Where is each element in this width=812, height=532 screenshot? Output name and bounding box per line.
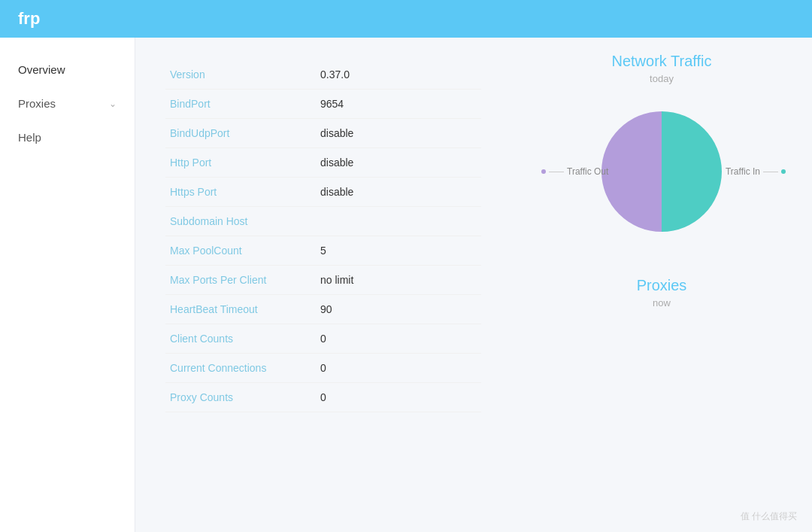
proxies-title: Proxies bbox=[534, 277, 789, 294]
table-row: Version0.37.0 bbox=[165, 60, 481, 90]
connector-left bbox=[549, 172, 564, 172]
info-value: 0 bbox=[316, 383, 481, 412]
sidebar-item-proxies-label: Proxies bbox=[18, 97, 56, 110]
network-traffic-title: Network Traffic bbox=[612, 53, 712, 70]
info-key: Https Port bbox=[165, 178, 316, 207]
sidebar-item-help-label: Help bbox=[18, 131, 41, 144]
table-row: Subdomain Host bbox=[165, 207, 481, 236]
info-value: no limit bbox=[316, 266, 481, 295]
table-row: Https Portdisable bbox=[165, 178, 481, 207]
info-key: Max PoolCount bbox=[165, 236, 316, 266]
info-value: 0 bbox=[316, 354, 481, 383]
info-key: HeartBeat Timeout bbox=[165, 295, 316, 324]
body: Overview Proxies ⌄ Help Version0.37.0Bin… bbox=[0, 38, 812, 532]
table-row: Proxy Counts0 bbox=[165, 383, 481, 412]
watermark: 值 什么值得买 bbox=[741, 510, 797, 523]
info-key: BindPort bbox=[165, 90, 316, 119]
table-row: BindPort9654 bbox=[165, 90, 481, 119]
info-key: Max Ports Per Client bbox=[165, 266, 316, 295]
network-traffic-subtitle: today bbox=[650, 73, 674, 84]
table-row: Http Portdisable bbox=[165, 148, 481, 178]
info-key: Version bbox=[165, 60, 316, 90]
info-key: Proxy Counts bbox=[165, 383, 316, 412]
traffic-in-label: Traffic In bbox=[726, 166, 786, 177]
info-key: Http Port bbox=[165, 148, 316, 178]
traffic-pie-chart bbox=[586, 96, 737, 247]
table-row: Max Ports Per Clientno limit bbox=[165, 266, 481, 295]
table-row: Max PoolCount5 bbox=[165, 236, 481, 266]
sidebar-item-help[interactable]: Help bbox=[0, 120, 135, 154]
info-value: disable bbox=[316, 119, 481, 148]
info-key: BindUdpPort bbox=[165, 119, 316, 148]
traffic-out-dot bbox=[541, 169, 546, 174]
info-key: Current Connections bbox=[165, 354, 316, 383]
traffic-out-slice bbox=[601, 111, 662, 232]
connector-right bbox=[763, 172, 778, 172]
table-row: Client Counts0 bbox=[165, 324, 481, 354]
sidebar-item-overview[interactable]: Overview bbox=[0, 53, 135, 87]
info-key: Subdomain Host bbox=[165, 207, 316, 236]
info-value: disable bbox=[316, 178, 481, 207]
sidebar-item-proxies[interactable]: Proxies ⌄ bbox=[0, 87, 135, 120]
chevron-down-icon: ⌄ bbox=[109, 99, 117, 109]
table-row: BindUdpPortdisable bbox=[165, 119, 481, 148]
info-value: 0.37.0 bbox=[316, 60, 481, 90]
info-value: 5 bbox=[316, 236, 481, 266]
info-value: 9654 bbox=[316, 90, 481, 119]
app-title: frp bbox=[18, 9, 40, 29]
sidebar-item-overview-label: Overview bbox=[18, 63, 65, 76]
info-panel: Version0.37.0BindPort9654BindUdpPortdisa… bbox=[135, 38, 511, 532]
info-value: disable bbox=[316, 148, 481, 178]
proxies-subtitle: now bbox=[534, 297, 789, 309]
table-row: Current Connections0 bbox=[165, 354, 481, 383]
right-panel: Network Traffic today bbox=[511, 38, 812, 532]
info-value bbox=[316, 207, 481, 236]
sidebar: Overview Proxies ⌄ Help bbox=[0, 38, 135, 532]
info-value: 90 bbox=[316, 295, 481, 324]
table-row: HeartBeat Timeout90 bbox=[165, 295, 481, 324]
info-value: 0 bbox=[316, 324, 481, 354]
header: frp bbox=[0, 0, 812, 38]
info-key: Client Counts bbox=[165, 324, 316, 354]
proxies-section: Proxies now bbox=[534, 277, 789, 321]
network-traffic-section: Network Traffic today bbox=[534, 53, 789, 321]
traffic-out-label: Traffic Out bbox=[541, 166, 608, 177]
traffic-in-slice bbox=[662, 111, 722, 232]
traffic-in-dot bbox=[781, 169, 786, 174]
info-table: Version0.37.0BindPort9654BindUdpPortdisa… bbox=[165, 60, 481, 412]
main-content: Version0.37.0BindPort9654BindUdpPortdisa… bbox=[135, 38, 812, 532]
